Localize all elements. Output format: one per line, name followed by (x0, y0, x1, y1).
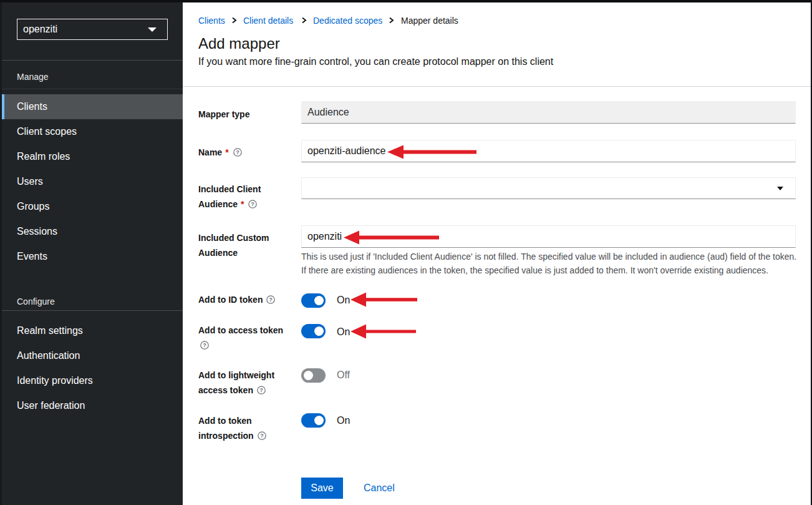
svg-text:?: ? (251, 201, 255, 207)
svg-text:?: ? (203, 342, 206, 348)
svg-text:?: ? (259, 387, 263, 393)
svg-text:?: ? (236, 149, 239, 155)
svg-text:?: ? (260, 433, 264, 439)
svg-text:?: ? (269, 297, 273, 303)
